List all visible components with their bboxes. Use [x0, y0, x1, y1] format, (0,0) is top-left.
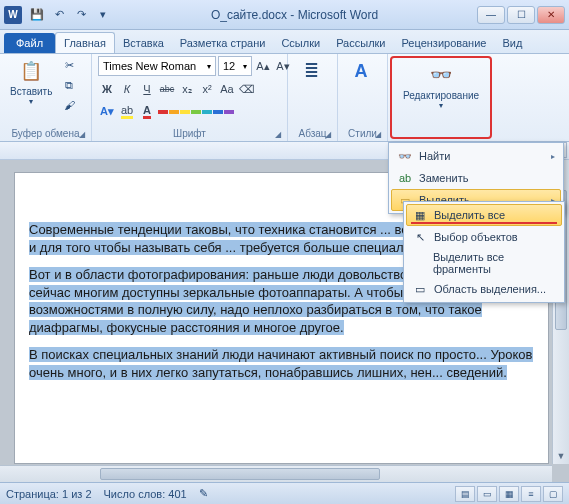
- qat-dropdown-icon[interactable]: ▾: [94, 6, 112, 24]
- group-editing: 👓 Редактирование ▾: [390, 56, 492, 139]
- font-size-combo[interactable]: 12▾: [218, 56, 252, 76]
- menu-select-objects-label: Выбор объектов: [434, 231, 518, 243]
- find-icon: 👓: [397, 148, 413, 164]
- grow-font-icon[interactable]: A▴: [254, 57, 272, 75]
- menu-select-all[interactable]: ▦ Выделить все: [406, 204, 562, 226]
- superscript-button[interactable]: x²: [198, 80, 216, 98]
- styles-icon: A: [348, 58, 374, 84]
- paragraph-icon: ≣: [298, 58, 324, 84]
- quick-access-toolbar: 💾 ↶ ↷ ▾: [28, 6, 112, 24]
- select-submenu: ▦ Выделить все ↖ Выбор объектов Выделить…: [403, 201, 565, 303]
- menu-selection-pane-label: Область выделения...: [434, 283, 546, 295]
- font-color-icon[interactable]: A: [138, 102, 156, 120]
- menu-replace-label: Заменить: [419, 172, 468, 184]
- group-paragraph-label: Абзац◢: [294, 127, 331, 141]
- view-print-icon[interactable]: ▤: [455, 486, 475, 502]
- menu-selection-pane[interactable]: ▭ Область выделения...: [406, 278, 562, 300]
- launcher-icon[interactable]: ◢: [79, 130, 85, 139]
- tab-home[interactable]: Главная: [55, 32, 115, 53]
- change-case-button[interactable]: Aa: [218, 80, 236, 98]
- view-read-icon[interactable]: ▭: [477, 486, 497, 502]
- ribbon-tabs: Файл Главная Вставка Разметка страни Ссы…: [0, 30, 569, 54]
- status-page[interactable]: Страница: 1 из 2: [6, 488, 92, 500]
- editing-label: Редактирование: [403, 90, 479, 101]
- file-tab[interactable]: Файл: [4, 33, 55, 53]
- titlebar: W 💾 ↶ ↷ ▾ О_сайте.docx - Microsoft Word …: [0, 0, 569, 30]
- bold-button[interactable]: Ж: [98, 80, 116, 98]
- window-title: О_сайте.docx - Microsoft Word: [112, 8, 477, 22]
- view-web-icon[interactable]: ▦: [499, 486, 519, 502]
- tab-page-layout[interactable]: Разметка страни: [172, 33, 274, 53]
- group-clipboard: 📋 Вставить ▾ ✂ ⧉ 🖌 Буфер обмена◢: [0, 54, 92, 141]
- menu-replace[interactable]: ab Заменить: [391, 167, 561, 189]
- save-icon[interactable]: 💾: [28, 6, 46, 24]
- paragraph-3[interactable]: В поисках специальных знаний люди начина…: [29, 346, 534, 381]
- styles-button[interactable]: A: [344, 56, 378, 88]
- undo-icon[interactable]: ↶: [50, 6, 68, 24]
- window-controls: — ☐ ✕: [477, 6, 565, 24]
- chevron-right-icon: ▸: [551, 152, 555, 161]
- tab-references[interactable]: Ссылки: [273, 33, 328, 53]
- word-app-icon: W: [4, 6, 22, 24]
- tab-mailings[interactable]: Рассылки: [328, 33, 393, 53]
- subscript-button[interactable]: x₂: [178, 80, 196, 98]
- underline-button[interactable]: Ч: [138, 80, 156, 98]
- launcher-icon[interactable]: ◢: [275, 130, 281, 139]
- hscroll-thumb[interactable]: [100, 468, 380, 480]
- menu-select-all-fragments-label: Выделить все фрагменты: [433, 251, 556, 275]
- tab-insert[interactable]: Вставка: [115, 33, 172, 53]
- minimize-button[interactable]: —: [477, 6, 505, 24]
- copy-icon[interactable]: ⧉: [60, 76, 78, 94]
- binoculars-icon: 👓: [428, 62, 454, 88]
- cursor-icon: ↖: [412, 229, 428, 245]
- group-styles-label: Стили◢: [344, 127, 381, 141]
- clear-formatting-button[interactable]: ⌫: [238, 80, 256, 98]
- status-words[interactable]: Число слов: 401: [104, 488, 187, 500]
- group-styles: A Стили◢: [338, 54, 388, 141]
- redo-icon[interactable]: ↷: [72, 6, 90, 24]
- menu-find-label: Найти: [419, 150, 450, 162]
- menu-find[interactable]: 👓 Найти ▸: [391, 145, 561, 167]
- font-name-combo[interactable]: Times New Roman▾: [98, 56, 216, 76]
- group-clipboard-label: Буфер обмена◢: [6, 127, 85, 141]
- ribbon: 📋 Вставить ▾ ✂ ⧉ 🖌 Буфер обмена◢ Times N…: [0, 54, 569, 142]
- group-paragraph: ≣ Абзац◢: [288, 54, 338, 141]
- color-strip: [158, 110, 234, 114]
- text-effects-icon[interactable]: A▾: [98, 102, 116, 120]
- format-painter-icon[interactable]: 🖌: [60, 96, 78, 114]
- tab-view[interactable]: Вид: [494, 33, 530, 53]
- maximize-button[interactable]: ☐: [507, 6, 535, 24]
- scroll-down-icon[interactable]: ▼: [553, 447, 569, 464]
- status-lang-icon[interactable]: ✎: [199, 487, 208, 500]
- view-buttons: ▤ ▭ ▦ ≡ ▢: [455, 486, 563, 502]
- strike-button[interactable]: abc: [158, 80, 176, 98]
- editing-button[interactable]: 👓 Редактирование ▾: [399, 60, 483, 112]
- clipboard-icon: 📋: [18, 58, 44, 84]
- menu-select-objects[interactable]: ↖ Выбор объектов: [406, 226, 562, 248]
- paste-label: Вставить: [10, 86, 52, 97]
- menu-select-all-fragments[interactable]: Выделить все фрагменты: [406, 248, 562, 278]
- group-font: Times New Roman▾ 12▾ A▴ A▾ Ж К Ч abc x₂ …: [92, 54, 288, 141]
- replace-icon: ab: [397, 170, 413, 186]
- paste-button[interactable]: 📋 Вставить ▾: [6, 56, 56, 108]
- highlight-color-icon[interactable]: ab: [118, 102, 136, 120]
- view-draft-icon[interactable]: ▢: [543, 486, 563, 502]
- view-outline-icon[interactable]: ≡: [521, 486, 541, 502]
- menu-select-all-label: Выделить все: [434, 209, 505, 221]
- horizontal-scrollbar[interactable]: [0, 465, 552, 482]
- statusbar: Страница: 1 из 2 Число слов: 401 ✎ ▤ ▭ ▦…: [0, 482, 569, 504]
- launcher-icon[interactable]: ◢: [375, 130, 381, 139]
- group-font-label: Шрифт◢: [98, 127, 281, 141]
- launcher-icon[interactable]: ◢: [325, 130, 331, 139]
- paragraph-button[interactable]: ≣: [294, 56, 328, 88]
- pane-icon: ▭: [412, 281, 428, 297]
- italic-button[interactable]: К: [118, 80, 136, 98]
- fragments-icon: [412, 255, 427, 271]
- editing-dropdown: 👓 Найти ▸ ab Заменить ▭ Выделить ▸ ▦ Выд…: [388, 142, 564, 214]
- group-editing-label: [398, 123, 484, 137]
- close-button[interactable]: ✕: [537, 6, 565, 24]
- tab-review[interactable]: Рецензирование: [394, 33, 495, 53]
- select-all-icon: ▦: [412, 207, 428, 223]
- cut-icon[interactable]: ✂: [60, 56, 78, 74]
